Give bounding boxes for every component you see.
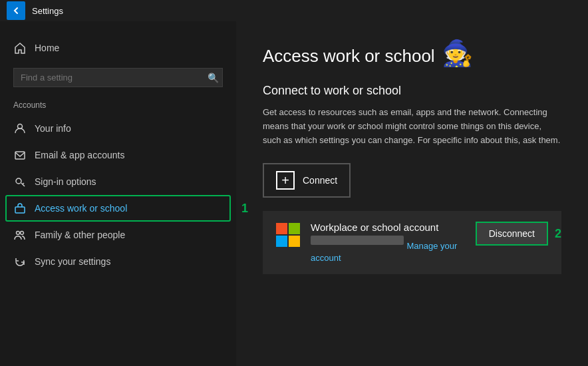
section-title: Connect to work or school [263,84,561,98]
briefcase-icon [13,202,27,215]
page-title-container: Access work or school 🧙 [263,41,561,71]
ms-logo-blue [276,236,287,247]
account-info: Workplace or school account Manage your … [311,222,465,264]
email-icon [13,148,27,162]
svg-point-4 [17,232,20,235]
sidebar-item-access-work[interactable]: Access work or school 1 [0,195,236,222]
back-button[interactable] [7,1,25,20]
connect-label: Connect [303,175,337,186]
key-icon [13,175,27,188]
microsoft-logo [276,223,300,247]
person-icon [13,122,27,135]
sidebar: Home 🔍 Accounts Your info Email & app ac… [0,21,236,366]
sign-in-label: Sign-in options [35,176,96,187]
sidebar-item-home[interactable]: Home [0,35,236,61]
search-input[interactable] [13,68,223,87]
search-button[interactable]: 🔍 [208,73,219,83]
family-label: Family & other people [35,230,125,240]
sidebar-item-your-info[interactable]: Your info [0,115,236,142]
sidebar-item-sign-in[interactable]: Sign-in options [0,168,236,195]
main-content: Access work or school 🧙 Connect to work … [236,21,588,366]
plus-icon: + [276,171,295,190]
step-1-label: 1 [241,202,248,216]
svg-point-5 [21,232,24,235]
accounts-section-label: Accounts [0,100,236,110]
disconnect-area: Disconnect 2 [476,222,548,246]
svg-point-2 [16,178,21,184]
home-label: Home [35,43,59,53]
people-icon [13,228,27,242]
email-accounts-label: Email & app accounts [35,150,124,160]
your-info-label: Your info [35,123,71,134]
home-icon [13,41,27,55]
sidebar-item-sync[interactable]: Sync your settings [0,248,236,275]
ms-logo-red [276,223,287,234]
page-title-text: Access work or school [263,46,435,67]
disconnect-button[interactable]: Disconnect [476,222,548,246]
account-email-redacted [311,236,404,245]
sidebar-item-family[interactable]: Family & other people [0,222,236,248]
description-text: Get access to resources such as email, a… [263,106,561,147]
account-name: Workplace or school account [311,222,465,233]
sticker-emoji: 🧙 [442,39,473,68]
sync-icon [13,255,27,268]
access-work-label: Access work or school [35,203,127,214]
app-title: Settings [32,6,63,16]
account-item: Workplace or school account Manage your … [263,211,561,274]
svg-rect-1 [15,152,25,159]
sync-label: Sync your settings [35,256,110,267]
ms-logo-yellow [289,236,300,247]
sidebar-item-email-accounts[interactable]: Email & app accounts [0,142,236,168]
svg-rect-3 [15,207,25,213]
ms-logo-green [289,223,300,234]
step-2-label: 2 [555,227,561,241]
search-container: 🔍 [13,68,223,87]
connect-button[interactable]: + Connect [263,163,351,198]
title-bar: Settings [0,0,588,21]
